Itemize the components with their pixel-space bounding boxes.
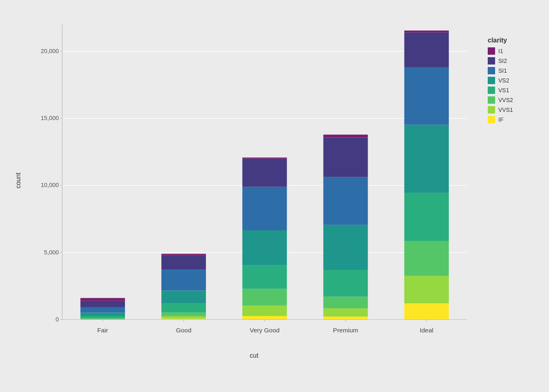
legend-swatch bbox=[488, 77, 495, 84]
legend-item: SI1 bbox=[488, 67, 541, 74]
legend-item: VS2 bbox=[488, 77, 541, 84]
chart-container: count 05,00010,00015,00020,000FairGoodVe… bbox=[0, 0, 549, 392]
svg-rect-51 bbox=[324, 177, 368, 225]
svg-rect-38 bbox=[242, 289, 287, 305]
svg-rect-42 bbox=[242, 159, 287, 187]
legend-swatch bbox=[488, 96, 495, 104]
svg-text:20,000: 20,000 bbox=[41, 48, 59, 54]
svg-rect-18 bbox=[80, 318, 125, 319]
svg-rect-48 bbox=[324, 296, 368, 308]
legend-label: SI2 bbox=[498, 58, 507, 64]
svg-rect-30 bbox=[161, 290, 206, 303]
svg-rect-50 bbox=[324, 225, 368, 270]
legend-swatch bbox=[488, 67, 495, 74]
svg-rect-32 bbox=[161, 255, 206, 270]
svg-text:0: 0 bbox=[56, 316, 59, 323]
svg-rect-33 bbox=[161, 254, 206, 255]
svg-rect-61 bbox=[404, 67, 449, 125]
svg-rect-56 bbox=[404, 303, 449, 320]
svg-text:Very Good: Very Good bbox=[250, 327, 279, 334]
svg-rect-59 bbox=[404, 193, 449, 241]
legend-swatch bbox=[488, 47, 495, 55]
svg-rect-40 bbox=[242, 230, 287, 265]
legend-label: VVS1 bbox=[498, 107, 513, 113]
svg-rect-36 bbox=[242, 316, 287, 320]
legend-label: IF bbox=[498, 116, 503, 123]
svg-rect-22 bbox=[80, 301, 125, 307]
svg-rect-62 bbox=[404, 33, 449, 67]
svg-rect-28 bbox=[161, 312, 206, 316]
legend-swatch bbox=[488, 57, 495, 65]
svg-rect-43 bbox=[242, 158, 287, 159]
svg-rect-23 bbox=[80, 298, 125, 301]
svg-rect-21 bbox=[80, 307, 125, 312]
svg-rect-63 bbox=[404, 31, 449, 33]
legend-title: clarity bbox=[488, 37, 541, 44]
svg-rect-20 bbox=[80, 312, 125, 316]
legend-area: clarity I1 SI2 SI1 VS2 VS1 VVS2 VVS1 IF bbox=[475, 12, 541, 359]
svg-rect-53 bbox=[324, 135, 368, 138]
svg-text:5,000: 5,000 bbox=[44, 249, 59, 256]
legend-label: VS2 bbox=[498, 77, 509, 84]
svg-rect-47 bbox=[324, 308, 368, 316]
svg-text:Premium: Premium bbox=[333, 327, 358, 334]
legend-items: I1 SI2 SI1 VS2 VS1 VVS2 VVS1 IF bbox=[488, 47, 541, 126]
svg-rect-57 bbox=[404, 276, 449, 303]
legend-item: VS1 bbox=[488, 87, 541, 94]
svg-text:Ideal: Ideal bbox=[420, 327, 433, 334]
legend-label: VVS2 bbox=[498, 97, 513, 103]
legend-item: SI2 bbox=[488, 57, 541, 65]
legend-item: I1 bbox=[488, 47, 541, 55]
legend-item: VVS2 bbox=[488, 96, 541, 104]
svg-rect-39 bbox=[242, 265, 287, 289]
svg-text:Good: Good bbox=[176, 327, 192, 334]
legend-swatch bbox=[488, 116, 495, 123]
legend-label: SI1 bbox=[498, 67, 507, 74]
svg-text:10,000: 10,000 bbox=[41, 182, 59, 188]
svg-rect-37 bbox=[242, 305, 287, 316]
svg-rect-27 bbox=[161, 316, 206, 318]
chart-wrapper: count 05,00010,00015,00020,000FairGoodVe… bbox=[33, 12, 475, 359]
svg-rect-19 bbox=[80, 316, 125, 318]
svg-text:15,000: 15,000 bbox=[41, 115, 59, 121]
svg-rect-31 bbox=[161, 270, 206, 290]
main-chart-svg: 05,00010,00015,00020,000FairGoodVery Goo… bbox=[33, 12, 475, 349]
legend-label: VS1 bbox=[498, 87, 509, 94]
svg-rect-52 bbox=[324, 137, 368, 177]
legend-item: IF bbox=[488, 116, 541, 123]
svg-rect-29 bbox=[161, 304, 206, 312]
svg-rect-41 bbox=[242, 187, 287, 230]
svg-rect-58 bbox=[404, 241, 449, 276]
y-axis-label: count bbox=[15, 172, 22, 188]
svg-text:Fair: Fair bbox=[97, 327, 108, 334]
svg-rect-60 bbox=[404, 125, 449, 193]
x-axis-label: cut bbox=[33, 352, 475, 359]
legend-item: VVS1 bbox=[488, 106, 541, 114]
svg-rect-46 bbox=[324, 316, 368, 320]
legend-label: I1 bbox=[498, 48, 503, 54]
legend-swatch bbox=[488, 106, 495, 114]
svg-rect-49 bbox=[324, 270, 368, 296]
legend-swatch bbox=[488, 87, 495, 94]
